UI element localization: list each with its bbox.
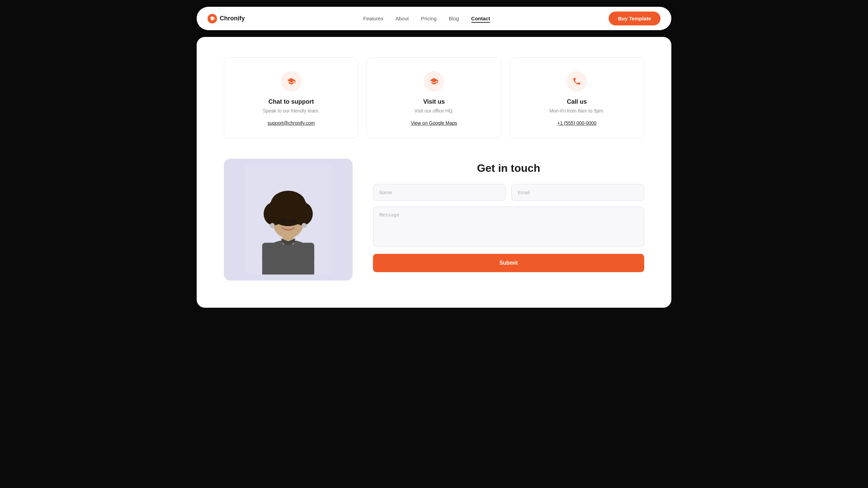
nav-pricing[interactable]: Pricing <box>421 16 437 21</box>
call-card-subtitle: Mon-Fri from 8am to 5pm. <box>549 108 604 114</box>
call-card: Call us Mon-Fri from 8am to 5pm. +1 (555… <box>510 57 644 138</box>
phone-link[interactable]: +1 (555) 000-0000 <box>557 120 597 126</box>
email-input[interactable] <box>511 184 644 201</box>
svg-point-15 <box>270 223 275 228</box>
nav-features[interactable]: Features <box>363 16 383 21</box>
nav-about[interactable]: About <box>396 16 409 21</box>
chat-card: Chat to support Speak to our friendly te… <box>224 57 358 138</box>
person-image <box>224 159 353 281</box>
support-email-link[interactable]: support@chronify.com <box>268 120 315 126</box>
location-icon <box>430 77 438 86</box>
graduation-cap-icon <box>287 77 296 86</box>
page-wrapper: Chronify Features About Pricing Blog Con… <box>197 7 671 308</box>
message-textarea[interactable] <box>373 206 644 247</box>
person-illustration <box>224 159 353 281</box>
nav-blog[interactable]: Blog <box>449 16 459 21</box>
submit-button[interactable]: Submit <box>373 254 644 272</box>
logo-text: Chronify <box>220 15 245 22</box>
visit-icon-wrap <box>424 71 444 92</box>
navbar: Chronify Features About Pricing Blog Con… <box>197 7 671 30</box>
logo-icon <box>208 14 217 23</box>
chat-card-title: Chat to support <box>269 98 314 105</box>
logo[interactable]: Chronify <box>208 14 245 23</box>
person-svg <box>237 165 340 274</box>
svg-point-14 <box>291 219 296 223</box>
chat-icon-wrap <box>281 71 301 92</box>
svg-point-16 <box>302 223 307 228</box>
visit-card-subtitle: Visit our office HQ. <box>414 108 454 114</box>
svg-point-13 <box>281 219 285 223</box>
get-in-touch-section: Get in touch Submit <box>224 159 644 281</box>
svg-rect-1 <box>214 18 215 20</box>
visit-card-title: Visit us <box>423 98 445 105</box>
nav-contact[interactable]: Contact <box>471 16 490 23</box>
form-title: Get in touch <box>373 162 644 175</box>
phone-icon <box>572 77 581 86</box>
name-input[interactable] <box>373 184 506 201</box>
nav-links: Features About Pricing Blog Contact <box>363 16 490 22</box>
main-content: Chat to support Speak to our friendly te… <box>197 37 671 308</box>
contact-form-section: Get in touch Submit <box>373 159 644 272</box>
chat-card-subtitle: Speak to our friendly team. <box>263 108 319 114</box>
call-icon-wrap <box>567 71 587 92</box>
buy-template-button[interactable]: Buy Template <box>609 12 660 25</box>
maps-link[interactable]: View on Google Maps <box>411 120 457 126</box>
svg-point-11 <box>271 198 288 217</box>
svg-rect-4 <box>262 243 314 274</box>
call-card-title: Call us <box>567 98 587 105</box>
contact-cards: Chat to support Speak to our friendly te… <box>224 57 644 138</box>
visit-card: Visit us Visit our office HQ. View on Go… <box>367 57 501 138</box>
name-email-row <box>373 184 644 201</box>
svg-point-12 <box>288 198 305 217</box>
